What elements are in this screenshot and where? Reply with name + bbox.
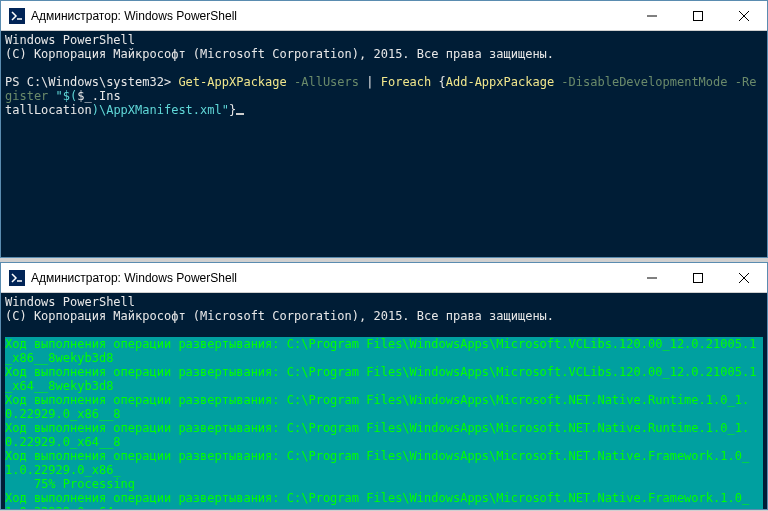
cmd-token: Get-AppXPackage <box>178 75 286 89</box>
progress-line: Ход выполнения операции развертывания: C… <box>5 421 763 449</box>
cmd-token: { <box>431 75 445 89</box>
progress-line: Ход выполнения операции развертывания: C… <box>5 365 763 393</box>
cmd-token: tallLocation <box>5 103 92 117</box>
cmd-token: .Ins <box>92 89 121 103</box>
close-button[interactable] <box>721 1 767 30</box>
progress-line: Ход выполнения операции развертывания: C… <box>5 449 763 477</box>
svg-rect-3 <box>694 11 703 20</box>
titlebar[interactable]: Администратор: Windows PowerShell <box>1 263 767 293</box>
terminal-body[interactable]: Windows PowerShell (C) Корпорация Майкро… <box>1 293 767 509</box>
prompt: PS C:\Windows\system32> <box>5 75 178 89</box>
cmd-token: "$( <box>56 89 78 103</box>
cmd-token: )\AppXManifest.xml" <box>92 103 229 117</box>
maximize-button[interactable] <box>675 1 721 30</box>
terminal-body[interactable]: Windows PowerShell (C) Корпорация Майкро… <box>1 31 767 257</box>
copyright-text: (C) Корпорация Майкрософт (Microsoft Cor… <box>5 47 554 61</box>
cmd-token: Foreach <box>381 75 432 89</box>
close-button[interactable] <box>721 263 767 292</box>
cursor <box>236 113 244 115</box>
powershell-window-1: Администратор: Windows PowerShell Window… <box>0 0 768 258</box>
progress-line: Ход выполнения операции развертывания: C… <box>5 393 763 421</box>
minimize-button[interactable] <box>629 1 675 30</box>
header-text: Windows PowerShell <box>5 33 135 47</box>
maximize-button[interactable] <box>675 263 721 292</box>
svg-rect-9 <box>694 273 703 282</box>
window-title: Администратор: Windows PowerShell <box>31 271 629 285</box>
progress-line: Ход выполнения операции развертывания: C… <box>5 491 763 509</box>
cmd-token: Add-AppxPackage <box>446 75 554 89</box>
minimize-button[interactable] <box>629 263 675 292</box>
window-title: Администратор: Windows PowerShell <box>31 9 629 23</box>
cmd-token: | <box>366 75 380 89</box>
copyright-text: (C) Корпорация Майкрософт (Microsoft Cor… <box>5 309 554 323</box>
progress-line: Ход выполнения операции развертывания: C… <box>5 337 763 365</box>
powershell-window-2: Администратор: Windows PowerShell Window… <box>0 262 768 510</box>
cmd-token: -AllUsers <box>287 75 366 89</box>
header-text: Windows PowerShell <box>5 295 135 309</box>
powershell-icon <box>9 8 25 24</box>
progress-status: 75% Processing <box>5 477 763 491</box>
window-controls <box>629 1 767 30</box>
powershell-icon <box>9 270 25 286</box>
cmd-token: $_ <box>77 89 91 103</box>
window-controls <box>629 263 767 292</box>
titlebar[interactable]: Администратор: Windows PowerShell <box>1 1 767 31</box>
cmd-token: } <box>229 103 236 117</box>
